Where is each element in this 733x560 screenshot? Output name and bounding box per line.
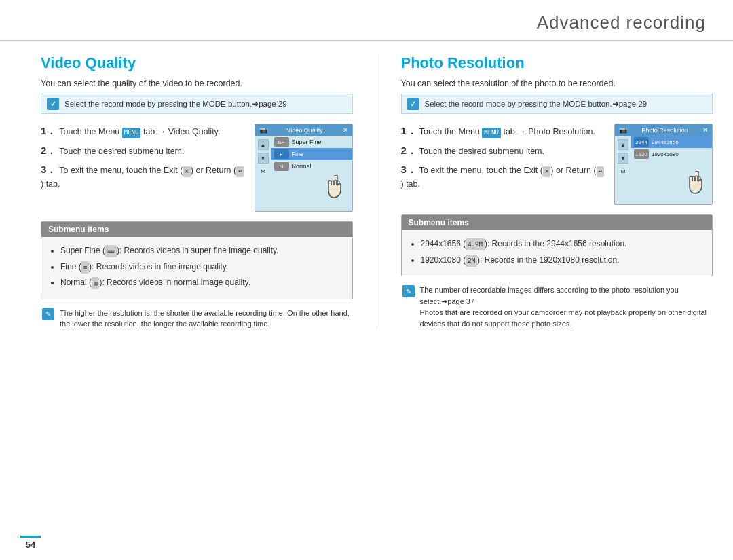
photo-resolution-menu-mockup: 📷 Photo Resolution ✕ ▲ ▼ M 2944 2944x165… [614, 124, 713, 205]
menu-item-1920[interactable]: 1920 1920x1080 [631, 148, 712, 160]
video-quality-note-text: Select the record mode by pressing the M… [64, 99, 287, 109]
menu-title-right: Photo Resolution [627, 127, 702, 134]
video-quality-steps-area: 1．Touch the Menu MENU tab → Video Qualit… [41, 124, 353, 212]
scroll-up-right[interactable]: ▲ [618, 139, 628, 150]
photo-resolution-submenu-header: Submenu items [402, 215, 713, 230]
normal-icon: N [274, 162, 289, 171]
video-quality-title: Video Quality [41, 54, 353, 72]
bottom-note-text-left: The higher the resolution is, the shorte… [60, 307, 352, 330]
video-quality-steps-list: 1．Touch the Menu MENU tab → Video Qualit… [41, 124, 245, 212]
scroll-down-right[interactable]: ▼ [618, 153, 628, 164]
note-icon-right: ✓ [407, 98, 419, 110]
menu-close-icon-right: ✕ [702, 126, 708, 134]
video-quality-submenu-box: Submenu items Super Fine (≡≡): Records v… [41, 221, 353, 299]
superfine-icon: SF [274, 137, 289, 147]
menu-items-left: SF Super Fine F Fine N Normal [271, 136, 352, 177]
submenu-item-2944: 2944x1656 (4.9M): Records in the 2944x16… [421, 237, 703, 252]
menu-icon-label-right: MENU [482, 128, 501, 138]
video-quality-submenu-body: Super Fine (≡≡): Records videos in super… [41, 237, 352, 299]
res-2944-icon: 2944 [634, 137, 649, 147]
menu-title-left: Video Quality [267, 127, 343, 134]
menu-icon-label: MENU [122, 128, 141, 138]
video-quality-submenu-list: Super Fine (≡≡): Records videos in super… [51, 244, 343, 291]
menu-nav-m-left: M [261, 168, 265, 174]
main-content: Video Quality You can select the quality… [0, 41, 733, 343]
photo-resolution-steps-list: 1．Touch the Menu MENU tab → Photo Resolu… [401, 124, 605, 205]
menu-nav-m-right: M [621, 168, 626, 174]
scroll-up-left[interactable]: ▲ [258, 139, 269, 150]
photo-resolution-bottom-note: ✎ The number of recordable images differ… [401, 284, 713, 329]
menu-close-icon-left: ✕ [343, 126, 348, 134]
column-divider [377, 54, 377, 330]
bottom-note-icon-right: ✎ [402, 285, 415, 297]
menu-mockup-header-left: 📷 Video Quality ✕ [255, 124, 352, 136]
menu-item-superfine[interactable]: SF Super Fine [271, 136, 352, 148]
page-header: Advanced recording [0, 0, 733, 41]
photo-resolution-section: Photo Resolution You can select the reso… [401, 54, 713, 330]
page-number: 54 [20, 536, 41, 550]
step-2-left: 2．Touch the desired submenu item. [41, 143, 245, 159]
step-3-right: 3．To exit the menu, touch the Exit (✕) o… [401, 162, 605, 190]
bottom-note-text-right: The number of recordable images differs … [420, 284, 712, 329]
photo-resolution-desc: You can select the resolution of the pho… [401, 79, 713, 88]
photo-resolution-note-text: Select the record mode by pressing the M… [425, 99, 647, 109]
bottom-note-icon-left: ✎ [42, 308, 54, 320]
note-icon-left: ✓ [47, 98, 59, 110]
photo-resolution-submenu-list: 2944x1656 (4.9M): Records in the 2944x16… [411, 237, 703, 267]
menu-mockup-header-right: 📷 Photo Resolution ✕ [615, 124, 712, 136]
video-quality-menu-mockup: 📷 Video Quality ✕ ▲ ▼ M SF Super Fine [255, 124, 353, 212]
photo-resolution-submenu-body: 2944x1656 (4.9M): Records in the 2944x16… [402, 230, 713, 276]
step-2-right: 2．Touch the desired submenu item. [401, 143, 605, 159]
video-quality-section: Video Quality You can select the quality… [41, 54, 353, 330]
step-3-left: 3．To exit the menu, touch the Exit (✕) o… [41, 162, 245, 190]
step-1-right: 1．Touch the Menu MENU tab → Photo Resolu… [401, 124, 605, 139]
fine-icon: F [274, 149, 289, 159]
photo-resolution-submenu-box: Submenu items 2944x1656 (4.9M): Records … [401, 214, 713, 276]
video-quality-note-bar: ✓ Select the record mode by pressing the… [41, 94, 353, 114]
scroll-down-left[interactable]: ▼ [258, 153, 269, 164]
submenu-item-1920: 1920x1080 (2M): Records in the 1920x1080… [421, 253, 703, 268]
menu-item-normal[interactable]: N Normal [271, 160, 352, 172]
photo-resolution-title: Photo Resolution [401, 54, 713, 72]
video-quality-desc: You can select the quality of the video … [41, 79, 353, 88]
video-quality-submenu-header: Submenu items [41, 222, 352, 237]
menu-item-fine[interactable]: F Fine [271, 148, 352, 160]
photo-resolution-steps-area: 1．Touch the Menu MENU tab → Photo Resolu… [401, 124, 713, 205]
menu-body-left: ▲ ▼ M SF Super Fine F Fine [255, 136, 352, 177]
submenu-item-fine: Fine (≡): Records videos in fine image q… [60, 260, 343, 275]
submenu-item-normal: Normal (▤): Records videos in normal ima… [60, 276, 343, 291]
menu-nav-col-left: ▲ ▼ M [255, 136, 271, 177]
step-1-left: 1．Touch the Menu MENU tab → Video Qualit… [41, 124, 245, 139]
hand-cursor-right [689, 171, 708, 195]
photo-resolution-note-bar: ✓ Select the record mode by pressing the… [401, 94, 713, 114]
menu-item-2944[interactable]: 2944 2944x1656 [631, 136, 712, 148]
menu-nav-col-right: ▲ ▼ M [615, 136, 631, 177]
menu-cam-icon: 📷 [259, 126, 267, 134]
page-title: Advanced recording [537, 12, 706, 33]
hand-cursor-left [328, 175, 347, 199]
video-quality-bottom-note: ✎ The higher the resolution is, the shor… [41, 307, 353, 330]
menu-cam-icon-right: 📷 [619, 126, 627, 134]
res-1920-icon: 1920 [634, 149, 649, 159]
submenu-item-superfine: Super Fine (≡≡): Records videos in super… [60, 244, 343, 259]
